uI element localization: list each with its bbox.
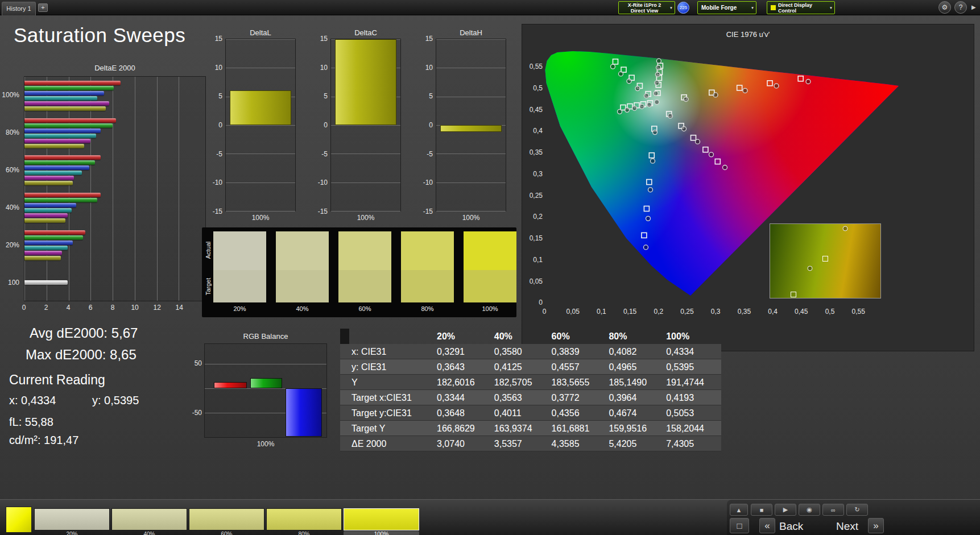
- deltae-bar: [24, 218, 65, 223]
- table-cell: 185,1490: [606, 375, 664, 389]
- delta-charts: DeltaL151050-5-10-15100%DeltaC151050-5-1…: [209, 28, 526, 226]
- axis-tick-label: 80%: [1, 114, 22, 151]
- axis-tick-label: 15: [425, 35, 433, 43]
- back-button[interactable]: Back: [779, 520, 803, 533]
- settings-button[interactable]: ⚙: [938, 1, 951, 14]
- deltae-bar: [24, 81, 121, 85]
- chevrons-left-icon: «: [764, 520, 770, 532]
- measurement-table: 20%40%60%80%100%x: CIE310,32910,35800,38…: [340, 329, 721, 451]
- table-cell: 182,6016: [435, 375, 492, 389]
- table-cell: 0,5395: [664, 359, 721, 374]
- frame-mode-button[interactable]: □: [730, 518, 749, 533]
- deltae-bar: [24, 134, 96, 138]
- target-swatch: [213, 270, 266, 302]
- chevron-up-icon: ▲: [736, 507, 742, 513]
- deltae-plot-area: [24, 76, 206, 301]
- table-cell: 0,3344: [435, 390, 492, 405]
- display-control-dropdown[interactable]: Direct Display Control ▼: [767, 1, 835, 14]
- help-button[interactable]: ?: [954, 1, 967, 14]
- refresh-button[interactable]: ↻: [846, 504, 868, 516]
- axis-tick-label: 15: [215, 35, 222, 43]
- axis-x-label: 100%: [225, 214, 296, 222]
- reading-y: y: 0,5395: [92, 394, 139, 407]
- patch-swatch-button[interactable]: [189, 508, 264, 530]
- table-cell: 0,4674: [606, 405, 664, 420]
- panel-collapse-button[interactable]: ▶: [971, 4, 976, 10]
- patch-swatch-button[interactable]: [34, 508, 110, 530]
- target-swatch: [276, 270, 329, 302]
- swatch-label: 100%: [464, 302, 516, 312]
- delta-bar: [440, 125, 502, 132]
- continuous-read-button[interactable]: ∞: [822, 504, 844, 516]
- infinity-icon: ∞: [831, 507, 836, 513]
- table-cell: 0,4334: [664, 344, 721, 359]
- table-row: x: CIE310,32910,35800,38390,40820,4334: [340, 344, 721, 359]
- target-row-label: Target: [205, 272, 212, 301]
- table-cell: 0,3772: [549, 390, 607, 405]
- axis-tick-label: 100%: [1, 76, 22, 114]
- delta-gridline: [436, 68, 506, 68]
- deltae-bar: [24, 208, 72, 213]
- meter-dropdown-label: X-Rite i1Pro 2 Direct View: [622, 2, 667, 14]
- chart-title: DeltaH: [436, 28, 506, 37]
- play-icon: ▶: [783, 506, 788, 513]
- source-dropdown[interactable]: Mobile Forge ▼: [697, 1, 756, 14]
- patch-swatch-button[interactable]: [266, 508, 342, 530]
- axis-tick-label: 0,3: [526, 170, 543, 178]
- add-tab-button[interactable]: +: [38, 3, 48, 12]
- meter-count-badge[interactable]: 225: [677, 2, 689, 14]
- axis-tick-label: -5: [321, 150, 328, 158]
- axis-tick-label: 0,35: [526, 148, 543, 156]
- table-row-label: Target y:CIE31: [340, 405, 435, 420]
- axis-tick-label: 50: [195, 359, 202, 367]
- axis-tick-label: 10: [215, 64, 222, 72]
- back-chevron-button[interactable]: «: [759, 518, 775, 533]
- delta-gridline: [436, 97, 506, 97]
- cie-measurement-marker: [684, 97, 688, 101]
- axis-tick-label: 0,45: [526, 106, 543, 114]
- deltae-bar: [24, 251, 62, 255]
- reading-x: x: 0,4334: [9, 394, 56, 407]
- expand-up-button[interactable]: ▲: [730, 504, 748, 516]
- cie-measurement-marker: [709, 152, 714, 157]
- swatch-column: 100%: [464, 231, 516, 312]
- cie-measurement-marker: [632, 106, 637, 110]
- delta-gridline: [436, 211, 506, 211]
- deltae-bar: [24, 246, 68, 250]
- table-cell: 0,4011: [492, 405, 549, 420]
- table-cell: 0,3563: [492, 390, 549, 405]
- table-cell: 0,5053: [664, 405, 721, 420]
- gear-icon: ⚙: [942, 3, 948, 11]
- deltae-bar: [24, 193, 101, 197]
- cie-measurement-marker: [644, 245, 648, 250]
- swatch-label: 40%: [276, 302, 329, 312]
- app-root: History 1 + X-Rite i1Pro 2 Direct View ▼…: [0, 0, 980, 535]
- patch-swatch-button[interactable]: [344, 508, 419, 530]
- delta-y-axis: 151050-5-10-15: [209, 39, 224, 211]
- axis-tick-label: 60%: [1, 151, 22, 189]
- target-swatch: [464, 270, 516, 302]
- delta-plot-area: [436, 39, 506, 211]
- actual-swatch: [276, 231, 329, 270]
- display-control-label: Direct Display Control: [778, 2, 826, 14]
- delta-gridline: [226, 68, 295, 68]
- swatch-label: 80%: [401, 302, 454, 312]
- next-button[interactable]: Next: [836, 520, 858, 533]
- cie-chart-panel: CIE 1976 u'v': [522, 24, 974, 351]
- table-row-label: Y: [340, 375, 435, 389]
- play-button[interactable]: ▶: [775, 504, 796, 516]
- delta-plot-area: [225, 39, 296, 211]
- cie-measurement-marker: [654, 91, 658, 96]
- axis-tick-label: 0,2: [526, 213, 543, 221]
- stop-button[interactable]: ■: [751, 504, 772, 516]
- delta-gridline: [436, 39, 506, 40]
- tab-history[interactable]: History 1: [2, 2, 36, 15]
- max-de2000-reading: Max dE2000: 8,65: [26, 347, 137, 363]
- deltae-bar: [24, 139, 90, 143]
- next-chevron-button[interactable]: »: [868, 518, 884, 533]
- cie-measurement-marker: [668, 114, 673, 118]
- meter-dropdown[interactable]: X-Rite i1Pro 2 Direct View ▼: [618, 1, 675, 14]
- axis-tick-label: 0,5: [822, 308, 838, 316]
- patch-swatch-button[interactable]: [111, 508, 187, 530]
- read-button[interactable]: ◉: [799, 504, 820, 516]
